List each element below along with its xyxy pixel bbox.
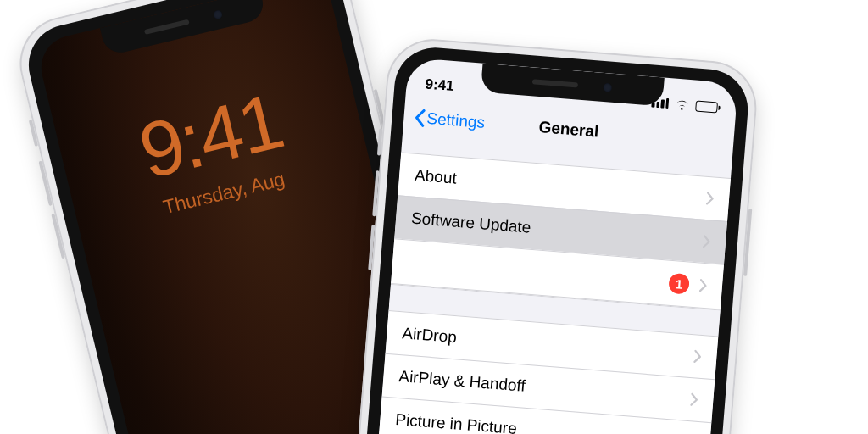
iphone-settings-device: 9:41 [330,36,760,434]
back-button[interactable]: Settings [414,108,486,132]
earpiece-speaker [144,19,190,35]
row-airdrop-label: AirDrop [402,324,458,347]
cellular-signal-icon [651,97,669,108]
notch [100,0,266,56]
side-button [743,209,752,276]
mute-switch [29,120,38,147]
row-airplay-handoff-label: AirPlay & Handoff [398,367,526,396]
chevron-right-icon [702,235,710,249]
back-label: Settings [426,109,486,132]
volume-down-button [51,214,64,259]
chevron-right-icon [705,192,714,206]
status-time: 9:41 [425,75,454,95]
chevron-left-icon [414,108,426,128]
row-software-update-label: Software Update [410,209,531,237]
row-pip-label: Picture in Picture [395,410,518,434]
settings-general-screen: 9:41 [352,58,738,434]
chevron-right-icon [690,392,698,407]
chevron-right-icon [693,349,702,364]
row-about-label: About [414,166,457,188]
wifi-icon [674,98,690,110]
notification-badge: 1 [668,273,690,295]
front-camera [213,9,223,19]
chevron-right-icon [698,279,707,293]
battery-icon [695,100,718,113]
volume-up-button [38,161,52,206]
